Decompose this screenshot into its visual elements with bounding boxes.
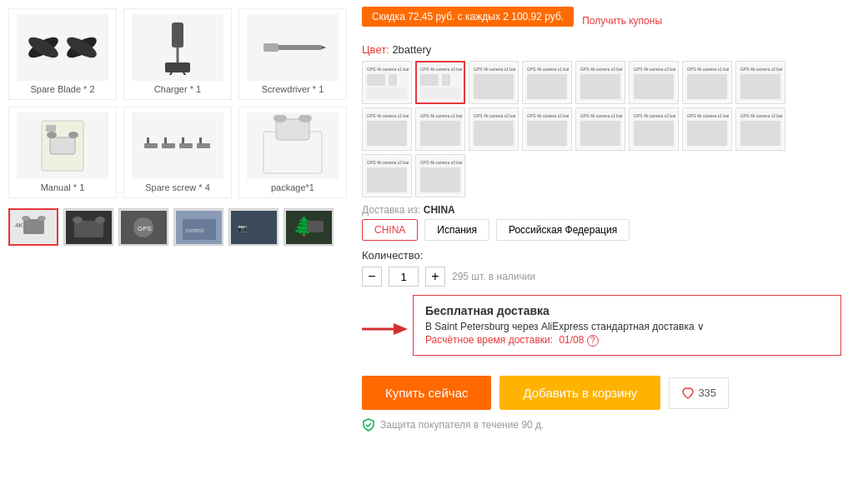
variant-18[interactable]: GPS 4k camera x2 battery [415,154,465,197]
quantity-label: Количество: [362,249,841,262]
delivery-title: Бесплатная доставка [425,304,829,317]
spare-screw-label: Spare screw * 4 [145,182,210,192]
quantity-increase-btn[interactable]: + [425,267,445,287]
manual-label: Manual * 1 [41,182,85,192]
svg-text:GPS 4k camera x2 battery: GPS 4k camera x2 battery [634,113,675,118]
svg-rect-67 [580,74,620,99]
svg-rect-97 [687,121,727,146]
svg-rect-79 [367,121,407,146]
variant-11[interactable]: GPS 4k camera x2 battery [469,107,519,151]
thumbnail-2[interactable] [63,208,113,246]
svg-text:4K: 4K [15,222,23,229]
svg-text:GPS 4k camera x2 battery: GPS 4k camera x2 battery [740,113,782,118]
charger-image [132,14,223,81]
protection-row: Защита покупателя в течение 90 д. [362,418,841,432]
accessory-package: package*1 [238,107,347,198]
svg-text:📷: 📷 [238,223,248,233]
buy-now-button[interactable]: Купить сейчас [362,376,491,410]
svg-rect-20 [164,137,167,143]
svg-point-2 [26,33,62,62]
svg-rect-16 [46,125,56,132]
screwdriver-image [247,14,339,81]
thumbnail-1[interactable]: 4K [8,208,58,246]
svg-rect-52 [389,74,397,86]
accessory-spare-blade: Spare Blade * 2 [8,8,117,100]
thumbnail-4[interactable]: control [173,208,223,246]
svg-rect-56 [420,74,439,86]
package-image [247,112,339,179]
red-arrow-indicator [362,312,408,346]
manual-image [17,112,108,179]
shipping-russia-btn[interactable]: Российская Федерация [496,219,630,241]
svg-text:GPS 4k camera x1 battery: GPS 4k camera x1 battery [420,113,462,118]
variant-3[interactable]: GPS 4k camera x1 battery [469,61,519,104]
variant-5[interactable]: GPS 4k camera x2 battery [575,61,625,104]
variant-14[interactable]: GPS 4k camera x2 battery [629,107,679,151]
quantity-input[interactable] [389,267,419,287]
svg-rect-58 [420,87,460,99]
variants-row-1: GPS 4k camera x1 battery GPS 4k camera x… [362,61,841,104]
variant-2[interactable]: GPS 4k camera x2 battery [415,61,465,104]
spare-blade-label: Spare Blade * 2 [30,84,94,94]
svg-point-36 [73,217,83,223]
accessories-grid: Spare Blade * 2 Charger * 1 [8,8,342,198]
variant-17[interactable]: GPS 4k camera x2 battery [362,154,412,197]
thumbnail-6[interactable]: 🌲 [283,208,334,246]
svg-rect-13 [50,137,75,154]
svg-rect-94 [634,121,674,146]
svg-rect-24 [199,137,202,143]
svg-point-15 [68,132,78,138]
svg-rect-17 [144,143,158,148]
svg-rect-51 [367,74,385,86]
thumbnail-3[interactable]: GPS [118,208,168,246]
thumbnail-5[interactable]: 📷 [228,208,278,246]
svg-rect-85 [474,121,514,146]
variant-12[interactable]: GPS 4k camera x2 battery [522,107,572,151]
heart-icon [681,387,695,400]
svg-rect-88 [527,121,567,146]
color-label: Цвет: 2battery [362,43,841,56]
svg-rect-22 [182,137,184,143]
svg-text:GPS 4k camera x1 battery: GPS 4k camera x1 battery [527,67,569,72]
quantity-decrease-btn[interactable]: − [362,267,382,287]
svg-text:GPS 4k camera x1 battery: GPS 4k camera x1 battery [687,67,729,72]
svg-rect-19 [162,143,175,148]
right-panel: Скидка 72,45 руб. с каждых 2 100,92 руб.… [350,0,853,438]
svg-rect-48 [307,221,324,232]
variant-6[interactable]: GPS 4k camera x2 battery [629,61,679,104]
accessory-screwdriver: Screwdriver * 1 [238,8,347,100]
svg-rect-106 [420,167,460,192]
svg-text:GPS 4k camera x2 battery: GPS 4k camera x2 battery [580,67,622,72]
variant-7[interactable]: GPS 4k camera x1 battery [682,61,732,104]
svg-rect-21 [179,143,193,148]
variant-10[interactable]: GPS 4k camera x1 battery [415,107,465,151]
variant-15[interactable]: GPS 4k camera x1 battery [682,107,732,151]
svg-rect-73 [687,74,727,99]
variant-1[interactable]: GPS 4k camera x1 battery [362,61,412,104]
svg-text:GPS 4k camera x2 battery: GPS 4k camera x2 battery [367,160,409,165]
coupon-link[interactable]: Получить купоны [582,15,662,27]
package-label: package*1 [271,182,314,192]
discount-banner: Скидка 72,45 руб. с каждых 2 100,92 руб. [362,7,574,27]
svg-line-7 [168,72,172,75]
svg-point-14 [47,132,57,138]
svg-rect-103 [367,167,407,192]
shipping-spain-btn[interactable]: Испания [424,219,489,241]
variant-9[interactable]: GPS 4k camera x1 battery [362,107,412,151]
svg-point-3 [64,33,100,62]
svg-point-32 [22,216,30,221]
add-to-cart-button[interactable]: Добавить в корзину [499,376,660,410]
thumbnail-strip: 4K GPS [8,208,342,246]
wishlist-count: 335 [698,387,716,399]
variant-4[interactable]: GPS 4k camera x1 battery [522,61,572,104]
variant-13[interactable]: GPS 4k camera x1 battery [575,107,625,151]
svg-point-33 [38,216,46,221]
wishlist-button[interactable]: 335 [669,377,729,409]
spare-blade-image [17,14,108,81]
delivery-info-icon[interactable]: ? [587,335,599,347]
delivery-detail[interactable]: В Saint Petersburg через AliExpress стан… [425,321,829,332]
variant-8[interactable]: GPS 4k camera x2 battery [735,61,785,104]
shipping-china-btn[interactable]: CHINA [362,219,418,241]
variant-16[interactable]: GPS 4k camera x2 battery [735,107,785,151]
svg-text:GPS 4k camera x2 battery: GPS 4k camera x2 battery [474,113,515,118]
